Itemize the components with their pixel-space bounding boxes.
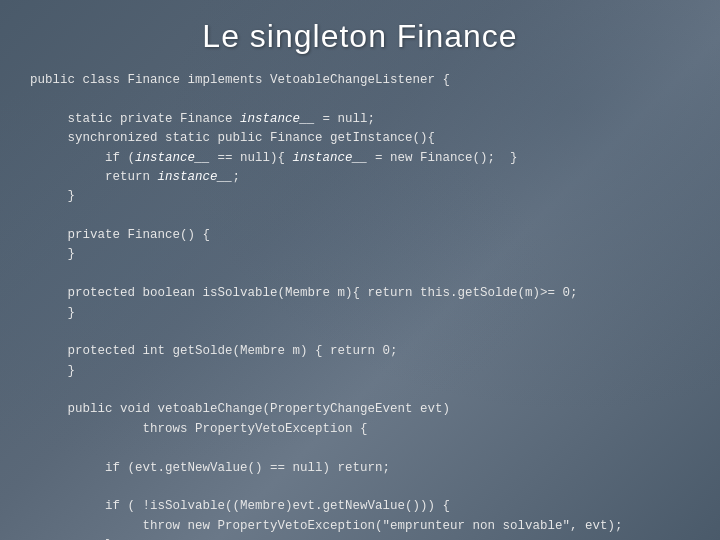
code-line-12: protected boolean isSolvable(Membre m){ … [30,284,690,303]
code-line-20 [30,439,690,458]
code-line-6: return instance__; [30,168,690,187]
code-line-22 [30,478,690,497]
code-line-25: } [30,536,690,540]
code-line-18: public void vetoableChange(PropertyChang… [30,400,690,419]
code-line-7: } [30,187,690,206]
code-line-15: protected int getSolde(Membre m) { retur… [30,342,690,361]
code-line-17 [30,381,690,400]
code-line-2 [30,90,690,109]
code-line-21: if (evt.getNewValue() == null) return; [30,459,690,478]
code-line-13: } [30,304,690,323]
code-line-16: } [30,362,690,381]
code-line-11 [30,265,690,284]
code-line-14 [30,323,690,342]
code-line-8 [30,207,690,226]
code-line-1: public class Finance implements Vetoable… [30,71,690,90]
page-title: Le singleton Finance [202,18,517,55]
code-line-10: } [30,245,690,264]
code-line-23: if ( !isSolvable((Membre)evt.getNewValue… [30,497,690,516]
code-line-3: static private Finance instance__ = null… [30,110,690,129]
code-line-5: if (instance__ == null){ instance__ = ne… [30,149,690,168]
code-line-19: throws PropertyVetoException { [30,420,690,439]
code-line-24: throw new PropertyVetoException("emprunt… [30,517,690,536]
code-container: public class Finance implements Vetoable… [20,71,700,540]
code-line-4: synchronized static public Finance getIn… [30,129,690,148]
code-line-9: private Finance() { [30,226,690,245]
background: Le singleton Finance public class Financ… [0,0,720,540]
